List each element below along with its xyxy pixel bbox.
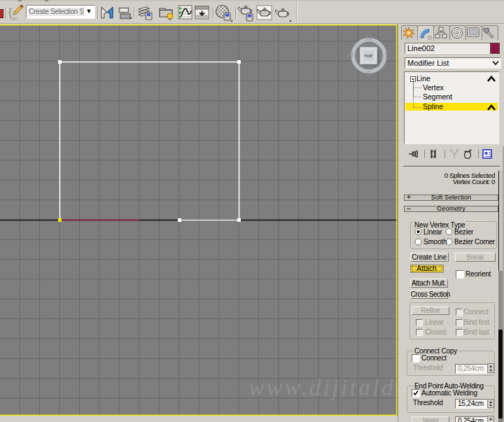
svg-text:Bezier: Bezier — [454, 228, 474, 236]
svg-text:S: S — [367, 71, 372, 78]
svg-text:TOP: TOP — [364, 54, 372, 58]
svg-text:Smooth: Smooth — [424, 238, 447, 246]
svg-text:Bezier Corner: Bezier Corner — [454, 238, 496, 246]
svg-text:ABC: ABC — [10, 17, 19, 21]
svg-text:Linear: Linear — [424, 228, 442, 236]
svg-text:E: E — [385, 52, 390, 59]
svg-text:{: { — [8, 6, 12, 17]
svg-text:www.dijitalde: www.dijitalde — [248, 374, 398, 400]
svg-text:W: W — [346, 52, 354, 59]
svg-text:N: N — [366, 34, 371, 42]
